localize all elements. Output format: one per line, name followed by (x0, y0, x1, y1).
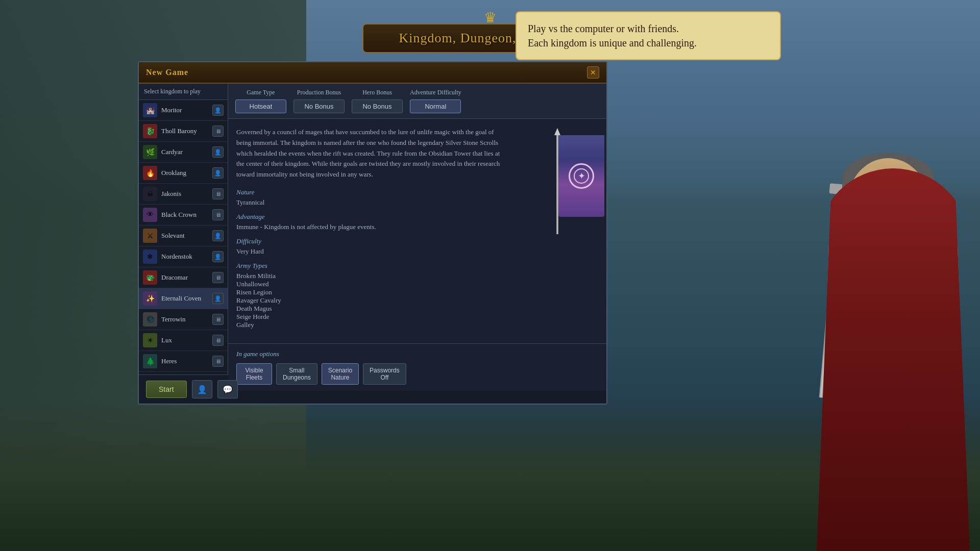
sidebar-item-dracomar[interactable]: 🐲 Dracomar 🖥 (139, 267, 228, 288)
banner-flag (558, 135, 604, 217)
king-body (806, 143, 970, 551)
army-type-6: Galley (236, 321, 506, 329)
sidebar-item-solevant[interactable]: ⚔ Solevant 👤 (139, 226, 228, 246)
sidebar-item-jakonis[interactable]: ☠ Jakonis 🖥 (139, 184, 228, 205)
ingame-buttons: Visible Fleets Small Dungeons Scenario N… (236, 363, 598, 385)
moritor-name: Moritor (161, 106, 208, 114)
cardyar-name: Cardyar (161, 148, 208, 156)
nordenstok-name: Nordenstok (161, 253, 208, 261)
dracomar-icon: 🐲 (143, 270, 157, 285)
sidebar-item-nordenstok[interactable]: ❄ Nordenstok 👤 (139, 246, 228, 267)
hero-bonus-group: Hero Bonus No Bonus (352, 89, 403, 113)
kingdom-description: Governed by a council of mages that have… (236, 127, 506, 180)
scenario-nature-button[interactable]: Scenario Nature (322, 363, 359, 385)
king-robe (817, 168, 970, 551)
difficulty-label: Difficulty (236, 237, 506, 245)
adventure-difficulty-label: Adventure Difficulty (410, 89, 461, 96)
game-type-button[interactable]: Hotseat (235, 99, 286, 113)
eternali-icon: ✨ (143, 291, 157, 306)
dracomar-name: Dracomar (161, 273, 208, 282)
blackcrown-icon: 👁 (143, 208, 157, 222)
cardyar-icon: 🌿 (143, 145, 157, 159)
army-type-1: Unhallowed (236, 280, 506, 288)
nature-value: Tyrannical (236, 198, 506, 207)
solevant-icon: ⚔ (143, 229, 157, 243)
description-col: Governed by a council of mages that have… (236, 127, 506, 335)
sidebar-item-lux[interactable]: ☀ Lux 🖥 (139, 330, 228, 351)
ingame-title: In game options (236, 350, 598, 358)
sidebar-item-tholl-barony[interactable]: 🐉 Tholl Barony 🖥 (139, 121, 228, 142)
lux-type: 🖥 (212, 335, 224, 346)
solevant-name: Solevant (161, 232, 208, 240)
sidebar-item-heres[interactable]: 🌲 Heres 🖥 (139, 351, 228, 372)
new-game-dialog: New Game ✕ Select kingdom to play 🏰 Mori… (138, 61, 607, 405)
heres-type: 🖥 (212, 356, 224, 367)
tholl-name: Tholl Barony (161, 127, 208, 135)
kingdom-list-header: Select kingdom to play (139, 84, 228, 100)
start-button[interactable]: Start (146, 381, 187, 398)
difficulty-value: Very Hard (236, 247, 506, 256)
eternali-type: 👤 (212, 293, 224, 304)
close-button[interactable]: ✕ (587, 66, 599, 79)
army-type-3: Ravager Cavalry (236, 296, 506, 305)
terrowin-name: Terrowin (161, 315, 208, 323)
eternali-name: Eternali Coven (161, 294, 208, 303)
hero-bonus-button[interactable]: No Bonus (352, 99, 403, 113)
options-row: Game Type Hotseat Production Bonus No Bo… (228, 84, 606, 119)
blackcrown-name: Black Crown (161, 211, 208, 219)
visible-fleets-button[interactable]: Visible Fleets (236, 363, 272, 385)
oroklang-name: Oroklang (161, 169, 208, 177)
kingdom-banner (527, 132, 588, 224)
game-type-label: Game Type (247, 89, 275, 96)
solevant-type: 👤 (212, 230, 224, 241)
small-dungeons-button[interactable]: Small Dungeons (276, 363, 317, 385)
content-area: Game Type Hotseat Production Bonus No Bo… (228, 84, 606, 374)
nature-label: Nature (236, 188, 506, 196)
adventure-difficulty-group: Adventure Difficulty Normal (410, 89, 461, 113)
chat-icon: 💬 (223, 385, 233, 394)
banner-tip (554, 128, 560, 135)
tooltip-text: Play vs the computer or with friends. Ea… (528, 21, 769, 50)
army-types-label: Army Types (236, 262, 506, 270)
dialog-title: New Game (146, 68, 188, 77)
heres-icon: 🌲 (143, 354, 157, 368)
game-type-group: Game Type Hotseat (235, 89, 286, 113)
players-icon-button[interactable]: 👤 (192, 380, 212, 398)
oroklang-type: 👤 (212, 167, 224, 179)
army-type-2: Risen Legion (236, 288, 506, 296)
king-figure (786, 117, 980, 551)
dialog-body: Select kingdom to play 🏰 Moritor 👤 🐉 Tho… (139, 84, 606, 374)
adventure-difficulty-button[interactable]: Normal (410, 99, 461, 113)
moritor-type: 👤 (212, 105, 224, 116)
jakonis-icon: ☠ (143, 187, 157, 201)
advantage-label: Advantage (236, 213, 506, 221)
blackcrown-type: 🖥 (212, 209, 224, 220)
production-bonus-button[interactable]: No Bonus (293, 99, 345, 113)
dialog-titlebar: New Game ✕ (139, 62, 606, 84)
sidebar-item-black-crown[interactable]: 👁 Black Crown 🖥 (139, 205, 228, 226)
terrowin-icon: 🌑 (143, 312, 157, 327)
tholl-type: 🖥 (212, 126, 224, 137)
sidebar-item-terrowin[interactable]: 🌑 Terrowin 🖥 (139, 309, 228, 330)
sidebar-item-moritor[interactable]: 🏰 Moritor 👤 (139, 100, 228, 121)
production-bonus-label: Production Bonus (297, 89, 341, 96)
chat-icon-button[interactable]: 💬 (217, 380, 238, 398)
lux-icon: ☀ (143, 333, 157, 347)
army-type-5: Seige Horde (236, 313, 506, 321)
sidebar-item-eternali-coven[interactable]: ✨ Eternali Coven 👤 (139, 288, 228, 309)
army-type-0: Broken Militia (236, 272, 506, 280)
army-type-4: Death Magus (236, 305, 506, 313)
kingdom-list: Select kingdom to play 🏰 Moritor 👤 🐉 Tho… (139, 84, 228, 374)
dracomar-type: 🖥 (212, 272, 224, 283)
passwords-off-button[interactable]: Passwords Off (363, 363, 406, 385)
tholl-icon: 🐉 (143, 124, 157, 138)
sidebar-item-oroklang[interactable]: 🔥 Oroklang 👤 (139, 163, 228, 184)
production-bonus-group: Production Bonus No Bonus (293, 89, 345, 113)
sidebar-item-cardyar[interactable]: 🌿 Cardyar 👤 (139, 142, 228, 163)
heres-name: Heres (161, 357, 208, 365)
banner-col (517, 127, 598, 335)
nordenstok-type: 👤 (212, 251, 224, 262)
oroklang-icon: 🔥 (143, 166, 157, 180)
main-panel: Governed by a council of mages that have… (228, 119, 606, 343)
army-types-list: Broken Militia Unhallowed Risen Legion R… (236, 272, 506, 329)
